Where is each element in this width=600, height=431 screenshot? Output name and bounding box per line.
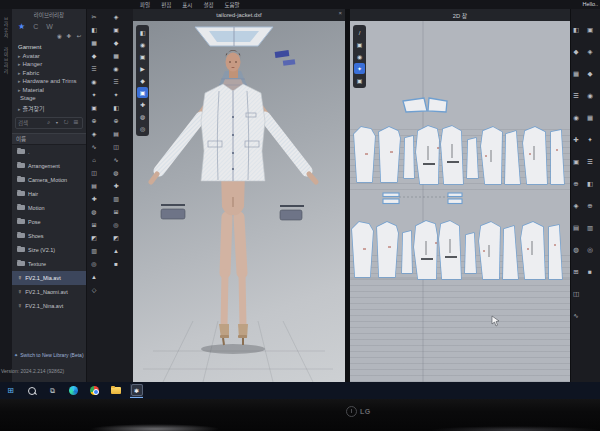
tool-icon[interactable]: ◎ (113, 221, 118, 230)
view-mode-icon-3d[interactable]: ✚ (137, 99, 148, 110)
arrangement-tag[interactable] (275, 50, 296, 66)
tool-icon[interactable]: ◍ (91, 208, 96, 217)
tool-icon[interactable]: ▤ (91, 182, 97, 191)
view-mode-icon-2d[interactable]: ▣ (354, 39, 365, 50)
flap-pattern-pieces[interactable] (383, 193, 462, 204)
folder-row[interactable]: Camera_Motion (12, 173, 86, 187)
view-mode-icon-3d[interactable]: ▣ (137, 87, 148, 98)
view-mode-icon-2d[interactable]: ▣ (354, 75, 365, 86)
tool-icon[interactable]: ◩ (91, 234, 97, 243)
tool-icon-2d[interactable]: ⊕ (587, 201, 592, 210)
tool-icon[interactable]: ⊕ (113, 117, 118, 126)
tool-icon-2d[interactable]: ◈ (574, 201, 579, 210)
tool-icon[interactable]: ◈ (114, 13, 119, 22)
view-mode-icon-2d[interactable]: / (354, 27, 365, 38)
avatar-file-row[interactable]: ♀FV2.1_Naomi.avt (12, 285, 86, 299)
tool-icon[interactable]: ◉ (113, 65, 118, 74)
tree-item-avatar[interactable]: ▸Avatar (18, 53, 86, 59)
tree-item-hanger[interactable]: ▸Hanger (18, 61, 86, 67)
document-tab[interactable]: tailored-jacket.dxf (216, 12, 261, 18)
tool-icon[interactable]: ▤ (113, 130, 119, 139)
canvas-2d[interactable] (350, 21, 570, 382)
tool-icon-2d[interactable]: ◉ (573, 113, 579, 122)
file-explorer-app[interactable] (109, 384, 122, 397)
tool-icon-2d[interactable]: ∿ (573, 311, 578, 320)
tool-icon-2d[interactable]: ☰ (587, 157, 593, 166)
tool-icon[interactable]: ☰ (91, 65, 96, 74)
tool-icon[interactable]: ◍ (113, 169, 118, 178)
menu-item[interactable]: 표시 (182, 1, 192, 9)
folder-row[interactable]: Arrangement (12, 159, 86, 173)
rail-tab[interactable]: 브라우저 (2, 17, 8, 39)
view-mode-icon-3d[interactable]: ◎ (137, 123, 148, 134)
folder-row[interactable]: Texture (12, 257, 86, 271)
folder-row[interactable]: Shoes (12, 229, 86, 243)
garment-jacket[interactable] (201, 84, 265, 181)
folder-row[interactable]: Hair (12, 187, 86, 201)
view-mode-icon-3d[interactable]: ◍ (137, 111, 148, 122)
library-search[interactable]: 검색 ⌕ ▾ ↻ ▦ (15, 117, 83, 129)
tool-icon-2d[interactable]: ▣ (587, 25, 593, 34)
view-mode-icon-3d[interactable]: ◆ (137, 75, 148, 86)
name-column-header[interactable]: 이름 (12, 133, 86, 145)
tool-icon-2d[interactable]: ◫ (573, 289, 579, 298)
tool-icon-2d[interactable]: ✦ (587, 135, 592, 144)
tool-icon[interactable]: ◫ (113, 143, 119, 152)
collar-pattern-pieces[interactable] (403, 98, 447, 112)
tool-icon-2d[interactable]: ▥ (587, 223, 593, 232)
tool-icon[interactable]: ☰ (113, 78, 118, 87)
tool-icon[interactable]: ■ (114, 260, 118, 269)
edge-app[interactable] (67, 384, 80, 397)
tool-icon[interactable]: ▲ (113, 247, 119, 256)
library-tab-icon[interactable]: ★ (18, 22, 25, 31)
garment-collar-piece[interactable] (195, 27, 273, 46)
search-icons[interactable]: ⌕ ▾ ↻ ▦ (47, 119, 80, 126)
menu-item[interactable]: 파일 (140, 1, 150, 9)
tool-icon[interactable]: ⌂ (92, 156, 96, 165)
tool-icon-2d[interactable]: ✚ (573, 135, 578, 144)
clo3d-app[interactable]: ✱ (130, 384, 143, 398)
menu-item[interactable]: 도움말 (225, 1, 240, 9)
view-mode-icon-3d[interactable]: ▣ (137, 51, 148, 62)
view-mode-icon-3d[interactable]: ▶ (137, 63, 148, 74)
folder-row[interactable]: . (12, 145, 86, 159)
tool-icon[interactable]: ∿ (91, 143, 96, 152)
tool-icon[interactable]: ◆ (114, 39, 119, 48)
tool-icon[interactable]: ◉ (91, 78, 96, 87)
tool-icon[interactable]: ◇ (92, 286, 97, 295)
close-icon[interactable]: × (338, 10, 342, 16)
tool-icon[interactable]: ▥ (113, 195, 119, 204)
tool-icon[interactable]: ✚ (91, 195, 96, 204)
menu-item[interactable]: 편집 (161, 1, 171, 9)
tool-icon[interactable]: ▲ (91, 273, 97, 282)
tree-item-fabric[interactable]: ▸Fabric (18, 70, 86, 76)
tool-icon[interactable]: ◈ (92, 130, 97, 139)
library-tab-icon[interactable]: C (33, 23, 38, 30)
tool-icon[interactable]: ⊕ (91, 117, 96, 126)
chrome-app[interactable] (88, 384, 101, 397)
tool-icon[interactable]: ✦ (113, 91, 118, 100)
tool-icon-2d[interactable]: ⊞ (573, 267, 578, 276)
tool-icon[interactable]: ▦ (91, 39, 97, 48)
tool-icon[interactable]: ⊞ (91, 221, 96, 230)
tool-icon[interactable]: ▣ (91, 104, 97, 113)
tool-icon[interactable]: ◧ (113, 104, 119, 113)
tool-icon[interactable]: ▣ (113, 26, 119, 35)
tool-icon[interactable]: ◆ (92, 52, 97, 61)
library-action-icon[interactable]: ✚ (67, 33, 72, 39)
tool-icon-2d[interactable]: ▤ (573, 223, 579, 232)
search-button[interactable] (25, 384, 38, 397)
tool-icon-2d[interactable]: ◈ (588, 47, 593, 56)
tool-icon[interactable]: ▥ (91, 247, 97, 256)
tool-icon-2d[interactable]: ◍ (573, 245, 579, 254)
task-view-button[interactable]: ⧉ (46, 384, 59, 397)
pattern-row-1[interactable] (354, 126, 564, 184)
menu-item[interactable]: 설정 (203, 1, 213, 9)
canvas-3d[interactable] (133, 21, 345, 382)
folder-row[interactable]: Pose (12, 215, 86, 229)
tree-item-material[interactable]: ▸Material (18, 87, 86, 93)
view-mode-icon-3d[interactable]: ◧ (137, 27, 148, 38)
tool-icon-2d[interactable]: ◧ (573, 25, 579, 34)
tool-icon-2d[interactable]: ◧ (587, 179, 593, 188)
tool-icon[interactable]: ◧ (91, 26, 97, 35)
